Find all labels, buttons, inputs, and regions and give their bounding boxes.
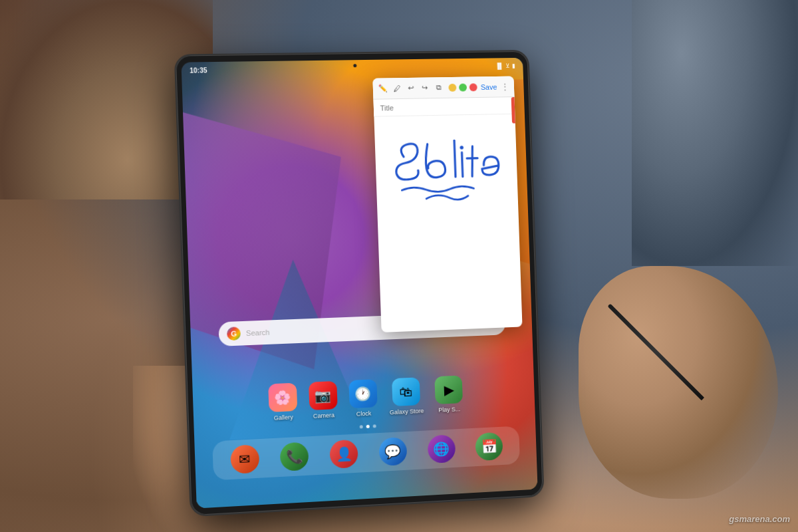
page-dot-3[interactable] <box>372 425 376 428</box>
note-content[interactable] <box>374 114 522 332</box>
home-dock: 🌸 Gallery 📷 Camera 🕐 Clock 🛍 Galaxy Stor… <box>210 373 520 481</box>
note-toolbar-right: Save ⋮ <box>448 82 509 92</box>
wifi-icon: ⊻ <box>505 63 510 69</box>
window-controls <box>448 83 477 92</box>
handwriting-area <box>388 128 511 230</box>
eraser-tool-icon[interactable]: 🖊 <box>392 82 402 94</box>
undo-icon[interactable]: ↩ <box>406 82 416 94</box>
messages-dock-icon[interactable]: 💬 <box>378 437 407 466</box>
note-popup[interactable]: ✏️ 🖊 ↩ ↪ ⧉ Save ⋮ <box>372 76 522 332</box>
person-shoulder <box>632 0 798 266</box>
gallery-label: Gallery <box>274 414 293 422</box>
note-toolbar: ✏️ 🖊 ↩ ↪ ⧉ Save ⋮ <box>372 76 514 100</box>
phone-dock-icon[interactable]: 📞 <box>280 442 309 471</box>
gallery-icon: 🌸 <box>268 383 297 412</box>
camera-label: Camera <box>313 412 335 420</box>
google-logo: G <box>227 327 241 341</box>
svg-point-0 <box>460 146 464 150</box>
email-dock-icon[interactable]: ✉ <box>230 445 259 475</box>
galaxy-store-icon: 🛍 <box>392 378 420 407</box>
page-dot-1[interactable] <box>359 426 362 429</box>
camera-icon: 📷 <box>309 381 338 410</box>
internet-dock-icon[interactable]: 🌐 <box>427 435 456 464</box>
signal-icon: ▐▌ <box>495 63 504 69</box>
play-store-label: Play S... <box>438 406 460 414</box>
status-time: 10:35 <box>190 66 207 74</box>
status-icons: ▐▌ ⊻ ▮ <box>495 63 515 69</box>
galaxy-store-label: Galaxy Store <box>390 408 424 416</box>
clock-icon: 🕐 <box>348 380 377 409</box>
contacts-dock-icon[interactable]: 👤 <box>329 440 358 469</box>
watermark: gsmarena.com <box>729 514 790 524</box>
gallery-app[interactable]: 🌸 Gallery <box>268 383 298 422</box>
play-store-icon: ▶ <box>434 376 463 405</box>
copy-icon[interactable]: ⧉ <box>434 82 444 94</box>
minimize-button[interactable] <box>448 83 456 91</box>
pen-tool-icon[interactable]: ✏️ <box>378 82 388 94</box>
handwriting-svg <box>388 128 511 227</box>
galaxy-store-app[interactable]: 🛍 Galaxy Store <box>388 377 424 416</box>
front-camera <box>353 64 356 67</box>
note-title-input[interactable] <box>380 102 508 112</box>
note-title-bar[interactable] <box>373 97 515 117</box>
scene: 10:35 ▐▌ ⊻ ▮ ✏️ 🖊 ↩ ↪ ⧉ <box>0 0 798 532</box>
close-button[interactable] <box>469 83 477 91</box>
battery-icon: ▮ <box>512 63 515 69</box>
maximize-button[interactable] <box>459 83 467 91</box>
calendar-dock-icon[interactable]: 📅 <box>475 432 503 462</box>
more-options-button[interactable]: ⋮ <box>501 82 509 91</box>
tablet-screen: 10:35 ▐▌ ⊻ ▮ ✏️ 🖊 ↩ ↪ ⧉ <box>181 58 537 509</box>
camera-app[interactable]: 📷 Camera <box>309 381 338 420</box>
clock-label: Clock <box>356 410 372 418</box>
play-store-app[interactable]: ▶ Play S... <box>434 376 463 414</box>
clock-app[interactable]: 🕐 Clock <box>348 380 378 418</box>
save-button[interactable]: Save <box>481 82 497 90</box>
redo-icon[interactable]: ↪ <box>420 82 430 94</box>
tablet-device: 10:35 ▐▌ ⊻ ▮ ✏️ 🖊 ↩ ↪ ⧉ <box>176 51 543 515</box>
google-search-hint: Search <box>246 329 270 338</box>
page-dot-2-active[interactable] <box>366 425 369 428</box>
